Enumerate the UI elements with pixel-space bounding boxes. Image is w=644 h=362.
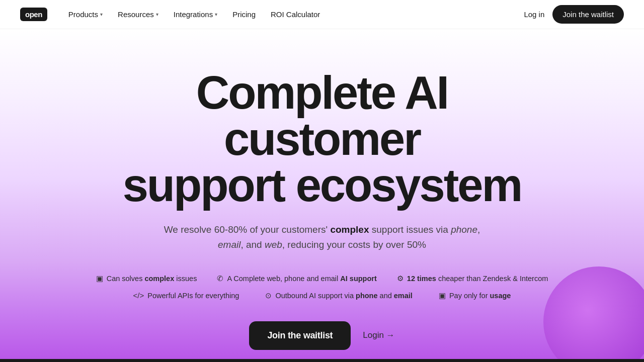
code-icon: </> xyxy=(133,291,144,300)
navbar: open Products ▾ Resources ▾ Integrations… xyxy=(0,0,644,29)
nav-products[interactable]: Products ▾ xyxy=(62,7,109,22)
feature-apis: </> Powerful APIs for everything xyxy=(133,291,239,300)
feature-pay-usage: ▣ Pay only for usage xyxy=(439,291,511,300)
feature-cheaper: ⚙ 12 times cheaper than Zendesk & Interc… xyxy=(397,274,548,283)
feature-complex-issues: ▣ Can solves complex issues xyxy=(96,274,197,283)
feature-ai-support: ✆ A Complete web, phone and email AI sup… xyxy=(217,274,376,283)
hero-section: Complete AI customer support ecosystem W… xyxy=(0,29,644,362)
phone-icon: ✆ xyxy=(217,274,223,283)
nav-links: Products ▾ Resources ▾ Integrations ▾ Pr… xyxy=(62,7,524,22)
nav-pricing[interactable]: Pricing xyxy=(226,7,262,22)
hero-join-button[interactable]: Join the waitlist xyxy=(249,321,351,350)
nav-login-link[interactable]: Log in xyxy=(524,10,544,19)
feature-outbound: ⊙ Outbound AI support via phone and emai… xyxy=(265,291,412,300)
billing-icon: ▣ xyxy=(439,291,446,300)
chevron-down-icon: ▾ xyxy=(156,12,158,17)
hero-subtitle: We resolve 60-80% of your customers' com… xyxy=(161,222,483,253)
hero-content: Complete AI customer support ecosystem W… xyxy=(0,69,644,350)
nav-resources[interactable]: Resources ▾ xyxy=(112,7,165,22)
hero-login-link[interactable]: Login → xyxy=(363,330,394,340)
nav-roi-calculator[interactable]: ROI Calculator xyxy=(265,7,326,22)
nav-right: Log in Join the waitlist xyxy=(524,5,624,24)
gear-icon: ⚙ xyxy=(397,274,404,283)
chevron-down-icon: ▾ xyxy=(100,12,103,17)
hero-title: Complete AI customer support ecosystem xyxy=(96,69,548,208)
chevron-down-icon: ▾ xyxy=(215,12,217,17)
chat-icon: ▣ xyxy=(96,274,103,283)
bottom-bar xyxy=(0,359,644,362)
cta-row: Join the waitlist Login → xyxy=(249,321,394,350)
nav-join-button[interactable]: Join the waitlist xyxy=(552,5,624,24)
nav-integrations[interactable]: Integrations ▾ xyxy=(168,7,223,22)
circle-icon: ⊙ xyxy=(265,291,272,300)
features-row-1: ▣ Can solves complex issues ✆ A Complete… xyxy=(96,274,548,283)
features-row-2: </> Powerful APIs for everything ⊙ Outbo… xyxy=(133,291,511,300)
logo[interactable]: open xyxy=(20,8,47,21)
